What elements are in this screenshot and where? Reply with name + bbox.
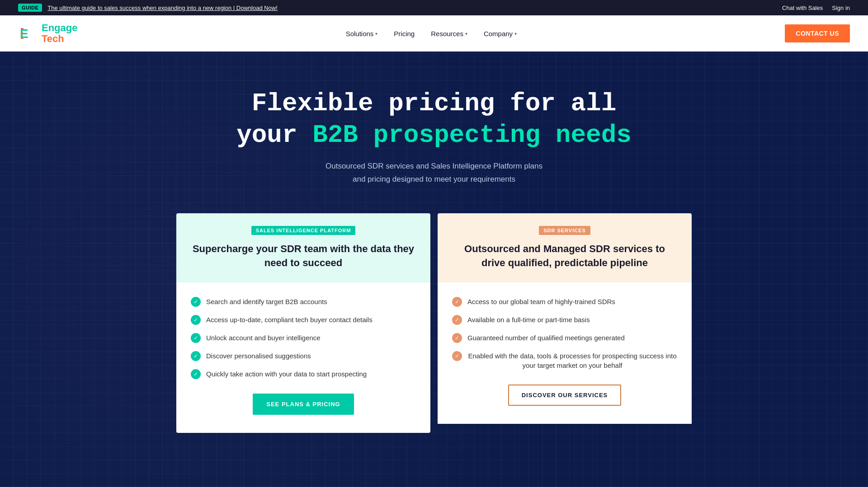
hero-subtitle: Outsourced SDR services and Sales Intell… xyxy=(298,160,570,186)
sip-cta-button[interactable]: SEE PLANS & PRICING xyxy=(253,394,354,415)
list-item: ✓ Quickly take action with your data to … xyxy=(191,369,416,379)
logo-text: EngageTech xyxy=(42,23,77,44)
chevron-down-icon: ▾ xyxy=(375,31,377,36)
announcement-right: Chat with Sales Sign in xyxy=(782,5,850,11)
check-icon: ✓ xyxy=(452,351,462,361)
sdr-card: SDR SERVICES Outsourced and Managed SDR … xyxy=(438,213,692,433)
sdr-feature-list: ✓ Access to our global team of highly-tr… xyxy=(452,297,677,370)
list-item: ✓ Access to our global team of highly-tr… xyxy=(452,297,677,307)
nav-item-solutions[interactable]: Solutions ▾ xyxy=(346,30,378,38)
check-icon: ✓ xyxy=(191,297,201,307)
list-item: ✓ Enabled with the data, tools & process… xyxy=(452,351,677,370)
svg-rect-4 xyxy=(21,37,24,39)
check-icon: ✓ xyxy=(191,315,201,325)
nav-item-company[interactable]: Company ▾ xyxy=(484,30,517,38)
sip-card-header: SALES INTELLIGENCE PLATFORM Supercharge … xyxy=(176,213,430,283)
nav-links: Solutions ▾ Pricing Resources ▾ Company … xyxy=(346,30,517,38)
pricing-cards: SALES INTELLIGENCE PLATFORM Supercharge … xyxy=(176,213,692,433)
list-item: ✓ Discover personalised suggestions xyxy=(191,351,416,361)
check-icon: ✓ xyxy=(191,351,201,361)
list-item: ✓ Available on a full-time or part-time … xyxy=(452,315,677,325)
svg-rect-2 xyxy=(21,28,24,30)
hero-section: Flexible pricing for all your B2B prospe… xyxy=(0,52,868,487)
check-icon: ✓ xyxy=(191,333,201,343)
guide-badge: GUIDE xyxy=(18,4,42,12)
chevron-down-icon: ▾ xyxy=(514,31,517,36)
announcement-message[interactable]: The ultimate guide to sales success when… xyxy=(47,5,278,11)
sip-badge: SALES INTELLIGENCE PLATFORM xyxy=(251,226,356,235)
list-item: ✓ Guaranteed number of qualified meeting… xyxy=(452,333,677,343)
list-item: ✓ Access up-to-date, compliant tech buye… xyxy=(191,315,416,325)
check-icon: ✓ xyxy=(452,315,462,325)
sip-card-body: ✓ Search and identify target B2B account… xyxy=(176,282,430,433)
sip-feature-list: ✓ Search and identify target B2B account… xyxy=(191,297,416,379)
check-icon: ✓ xyxy=(191,369,201,379)
svg-rect-3 xyxy=(21,33,24,34)
nav-item-resources[interactable]: Resources ▾ xyxy=(431,30,467,38)
chat-with-sales-link[interactable]: Chat with Sales xyxy=(782,5,823,11)
sdr-badge: SDR SERVICES xyxy=(539,226,590,235)
sip-heading: Supercharge your SDR team with the data … xyxy=(191,242,416,270)
sign-in-link[interactable]: Sign in xyxy=(832,5,850,11)
hero-title: Flexible pricing for all your B2B prospe… xyxy=(18,88,850,151)
logo-icon: E xyxy=(18,23,38,43)
logo[interactable]: E EngageTech xyxy=(18,23,77,44)
announcement-bar: GUIDE The ultimate guide to sales succes… xyxy=(0,0,868,15)
list-item: ✓ Unlock account and buyer intelligence xyxy=(191,333,416,343)
announcement-left: GUIDE The ultimate guide to sales succes… xyxy=(18,4,278,12)
check-icon: ✓ xyxy=(452,297,462,307)
contact-us-button[interactable]: CONTACT US xyxy=(785,24,850,42)
list-item: ✓ Search and identify target B2B account… xyxy=(191,297,416,307)
hero-content: Flexible pricing for all your B2B prospe… xyxy=(18,88,850,433)
sdr-heading: Outsourced and Managed SDR services to d… xyxy=(452,242,677,270)
sdr-card-body: ✓ Access to our global team of highly-tr… xyxy=(438,282,692,424)
sdr-card-header: SDR SERVICES Outsourced and Managed SDR … xyxy=(438,213,692,283)
nav-item-pricing[interactable]: Pricing xyxy=(394,30,415,38)
sip-card: SALES INTELLIGENCE PLATFORM Supercharge … xyxy=(176,213,430,433)
sdr-cta-button[interactable]: DISCOVER OUR SERVICES xyxy=(508,385,622,406)
navbar: E EngageTech Solutions ▾ Pricing Resourc… xyxy=(0,15,868,52)
chevron-down-icon: ▾ xyxy=(465,31,467,36)
check-icon: ✓ xyxy=(452,333,462,343)
